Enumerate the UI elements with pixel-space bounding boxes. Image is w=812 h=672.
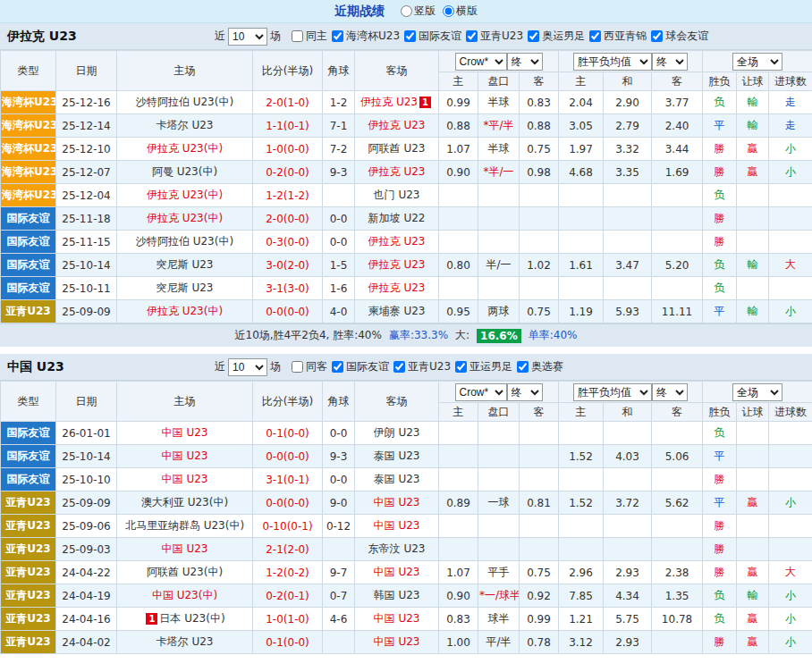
avg-draw-odds-cell (604, 515, 652, 538)
subcol-header: 客 (520, 403, 559, 422)
date-cell: 25-09-09 (56, 300, 117, 323)
filter-checkbox[interactable] (651, 30, 663, 42)
home-team-name: 澳大利亚 U23(中) (141, 496, 228, 508)
home-team-cell: 伊拉克 U23(中) (117, 207, 253, 231)
league-type-cell: 亚青U23 (1, 608, 56, 631)
asia-home-odds-cell: 0.80 (439, 254, 478, 277)
filter-checkbox[interactable] (404, 30, 416, 42)
score-cell: 0-3(0-0) (253, 231, 323, 254)
away-team-name: 东帝汶 U23 (368, 542, 426, 555)
matches-table: 类型日期主场比分(半场)角球客场Crow*终胜平负均值终全场主盘口客主和客胜负让… (0, 50, 812, 323)
filter-checkbox[interactable] (589, 30, 601, 42)
home-team-cell: 中国 U23 (117, 468, 253, 491)
filter-option[interactable]: 亚运男足 (455, 359, 512, 374)
filter-checkbox[interactable] (466, 30, 478, 42)
filter-option[interactable]: 奥运男足 (528, 29, 585, 44)
avg-away-odds-cell: 2.38 (652, 561, 703, 584)
odds-provider-select[interactable]: Crow* (455, 383, 507, 401)
avg-home-odds-cell (559, 515, 604, 538)
home-team-name: 阿联酋 U23(中) (147, 566, 223, 578)
result-cell: 勝 (703, 207, 737, 231)
filter-option[interactable]: 国际友谊 (404, 29, 461, 44)
match-row: 亚青U2324-04-161日本 U23(中)1-0(1-0)4-6中国 U23… (1, 608, 812, 631)
asia-home-odds-cell (439, 515, 478, 538)
goals-result-cell: 小 (769, 161, 812, 184)
view-radio[interactable] (443, 5, 454, 17)
filter-checkbox[interactable] (393, 361, 405, 373)
home-team-cell: 伊拉克 U23(中) (117, 184, 253, 207)
match-row: 亚青U2324-04-02卡塔尔 U230-1(0-0)中国 U231.00平/… (1, 631, 812, 654)
filter-option[interactable]: 西亚青锦 (589, 29, 647, 44)
odds-time-select[interactable]: 终 (507, 53, 543, 71)
handicap-cell: 半/一 (478, 254, 520, 277)
score-cell: 0-1(0-0) (253, 422, 323, 445)
filter-option[interactable]: 亚青U23 (466, 29, 523, 44)
avg-home-odds-cell: 7.85 (559, 584, 604, 608)
handicap-cell: 平手 (478, 561, 520, 584)
corner-cell: 4-0 (323, 300, 355, 323)
result-cell: 平 (703, 300, 737, 323)
filter-checkbox[interactable] (455, 361, 467, 373)
date-cell: 25-12-16 (56, 91, 117, 114)
view-option-2[interactable]: 横版 (443, 4, 478, 19)
avg-time-select[interactable]: 终 (652, 53, 688, 71)
avg-odds-select[interactable]: 胜平负均值 (573, 383, 652, 401)
date-cell: 24-04-19 (56, 584, 117, 608)
away-team-name: 伊朗 U23 (374, 426, 420, 439)
filter-option[interactable]: 球会友谊 (651, 29, 708, 44)
avg-home-odds-cell: 1.21 (559, 608, 604, 631)
filter-checkbox[interactable] (517, 361, 529, 373)
handicap-result-cell: 輸 (737, 114, 769, 138)
filter-option[interactable]: 国际友谊 (332, 359, 389, 374)
avg-draw-odds-cell: 2.90 (604, 91, 652, 114)
match-row: 亚青U2324-04-22阿联酋 U23(中)1-2(0-2)9-7中国 U23… (1, 561, 812, 584)
filter-checkbox[interactable] (528, 30, 539, 42)
handicap-result-cell (737, 184, 769, 207)
filter-option[interactable]: 同客 (292, 359, 327, 374)
filter-label: 奥选赛 (531, 359, 563, 374)
home-team-name: 伊拉克 U23(中) (147, 189, 223, 201)
filter-option[interactable]: 同主 (292, 29, 327, 44)
asia-home-odds-cell (439, 468, 478, 491)
view-option-1[interactable]: 竖版 (401, 4, 436, 19)
filter-checkbox[interactable] (292, 361, 303, 373)
result-cell: 勝 (703, 231, 737, 254)
filter-checkbox[interactable] (332, 361, 343, 373)
away-team-name: 伊拉克 U23 (368, 119, 426, 131)
odds-time-select[interactable]: 终 (507, 383, 543, 401)
section-gap (0, 347, 812, 354)
handicap-cell (478, 538, 520, 561)
handicap-cell: 平/半 (478, 631, 520, 654)
view-radio[interactable] (401, 5, 412, 17)
home-team-name: 中国 U23 (162, 542, 208, 555)
match-scope-select[interactable]: 全场 (732, 53, 782, 71)
avg-home-odds-cell (559, 422, 604, 445)
recent-count-select[interactable]: 10 (228, 28, 267, 46)
view-toggle: 竖版横版 (401, 4, 478, 19)
filter-option[interactable]: 海湾杯U23 (332, 29, 400, 44)
result-cell: 负 (703, 277, 737, 300)
score-cell: 0-0(0-0) (253, 491, 323, 515)
filter-checkbox[interactable] (332, 30, 343, 42)
date-cell: 25-11-15 (56, 231, 117, 254)
filter-checkbox[interactable] (292, 30, 303, 42)
odds-provider-select[interactable]: Crow* (455, 53, 507, 71)
result-cell: 勝 (703, 515, 737, 538)
league-type-cell: 国际友谊 (1, 231, 56, 254)
asia-away-odds-cell (520, 231, 559, 254)
asia-away-odds-cell: 0.75 (520, 561, 559, 584)
filter-option[interactable]: 奥选赛 (517, 359, 563, 374)
col-score-header: 比分(半场) (253, 382, 323, 422)
score-cell: 0-10(0-1) (253, 515, 323, 538)
filter-option[interactable]: 亚青U23 (393, 359, 451, 374)
subcol-header: 胜负 (703, 72, 737, 91)
avg-away-odds-cell: 1.69 (652, 161, 703, 184)
result-cell: 平 (703, 491, 737, 515)
recent-count-select[interactable]: 10 (228, 358, 267, 376)
avg-time-select[interactable]: 终 (652, 383, 688, 401)
avg-odds-select[interactable]: 胜平负均值 (573, 53, 652, 71)
match-scope-select[interactable]: 全场 (732, 383, 782, 401)
asia-home-odds-cell: 1.07 (439, 138, 478, 161)
result-group-header: 全场 (703, 51, 812, 72)
match-row: 国际友谊25-10-11突尼斯 U233-1(3-0)1-6伊拉克 U23负 (1, 277, 812, 300)
